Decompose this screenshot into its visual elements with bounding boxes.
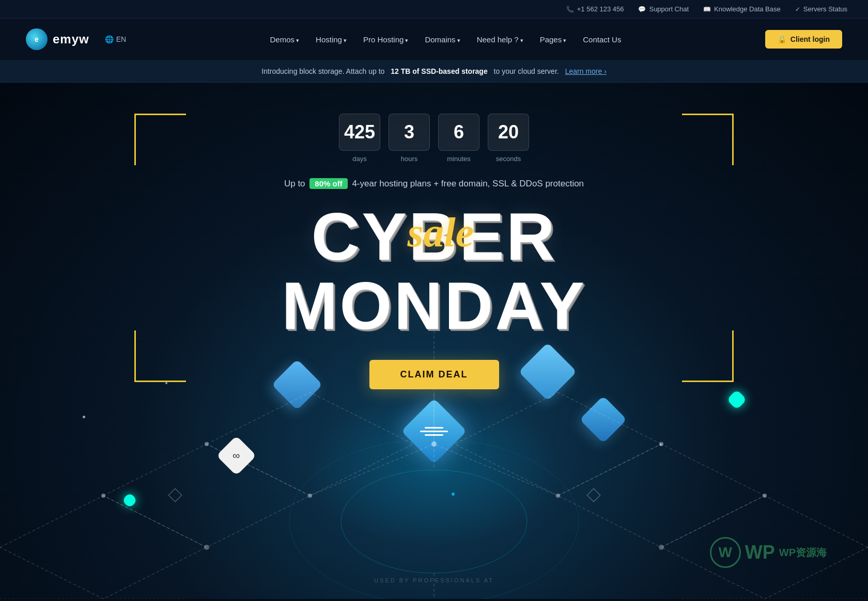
wp-logo-circle: W <box>710 537 741 568</box>
nav-item-contact[interactable]: Contact Us <box>583 33 621 46</box>
hours-box: 3 <box>389 114 430 151</box>
cyber-text: CYBER <box>311 199 556 274</box>
particle-1 <box>165 382 167 384</box>
language-selector[interactable]: 🌐 EN <box>105 35 126 43</box>
svg-point-5 <box>308 494 312 498</box>
announcement-bar: Introducing block storage. Attach up to … <box>0 60 868 83</box>
phone-item[interactable]: 📞 +1 562 123 456 <box>566 5 624 13</box>
wp-watermark: W WP WP资源海 <box>710 537 827 568</box>
learn-more-link[interactable]: Learn more › <box>565 67 607 75</box>
countdown-hours: 3 hours <box>389 114 430 163</box>
cyber-monday-title: CYBER sale MONDAY <box>282 201 586 339</box>
wp-text: WP <box>745 542 775 563</box>
claim-deal-label: CLAIM DEAL <box>400 369 468 379</box>
nav-item-demos[interactable]: Demos <box>270 33 299 46</box>
nav-item-need-help[interactable]: Need help ? <box>477 33 523 46</box>
days-value: 425 <box>344 121 375 143</box>
claim-deal-button[interactable]: CLAIM DEAL <box>369 360 499 389</box>
server-status-item[interactable]: ✓ Servers Status <box>795 5 847 13</box>
nav-item-hosting[interactable]: Hosting <box>316 33 347 46</box>
logo[interactable]: e emyw <box>26 28 89 50</box>
days-box: 425 <box>339 114 380 151</box>
knowledge-base-item[interactable]: 📖 Knowledge Data Base <box>703 5 781 13</box>
nav-item-domains[interactable]: Domains <box>425 33 460 46</box>
server-status-label: Servers Status <box>803 5 847 13</box>
chat-icon: 💬 <box>638 6 646 13</box>
knowledge-base-label: Knowledge Data Base <box>714 5 781 13</box>
minutes-value: 6 <box>454 121 464 143</box>
description-post: 4-year hosting plans + free domain, SSL … <box>352 179 584 188</box>
countdown-seconds: 20 seconds <box>488 114 529 163</box>
globe-icon: 🌐 <box>105 35 114 43</box>
support-chat-label: Support Chat <box>649 5 689 13</box>
corner-decoration-tr <box>682 114 734 165</box>
svg-rect-15 <box>587 488 600 501</box>
svg-point-3 <box>205 442 209 446</box>
navbar: e emyw 🌐 EN Demos Hosting Pro Hosting Do… <box>0 19 868 60</box>
svg-point-2 <box>101 494 105 498</box>
svg-point-0 <box>341 470 527 573</box>
client-login-label: Client login <box>791 35 830 43</box>
particle-4 <box>452 493 455 496</box>
bottom-text: USED BY PROFESSIONALS AT <box>374 577 494 583</box>
hero-section: 425 days 3 hours 6 minutes 20 seconds Up… <box>0 83 868 599</box>
navbar-left: e emyw 🌐 EN <box>26 28 126 50</box>
svg-point-8 <box>659 545 664 550</box>
announcement-text: Introducing block storage. Attach up to <box>261 67 384 75</box>
lock-icon: 🔒 <box>778 35 786 43</box>
seconds-value: 20 <box>498 121 519 143</box>
announcement-highlight: 12 TB of SSD-based storage <box>391 67 488 75</box>
monday-text: MONDAY <box>282 272 586 339</box>
top-bar: 📞 +1 562 123 456 💬 Support Chat 📖 Knowle… <box>0 0 868 19</box>
logo-icon: e <box>26 28 48 50</box>
svg-point-6 <box>763 494 767 498</box>
minutes-box: 6 <box>438 114 479 151</box>
book-icon: 📖 <box>703 6 711 13</box>
check-icon: ✓ <box>795 6 800 13</box>
phone-icon: 📞 <box>566 6 574 13</box>
wp-icon: W <box>719 544 732 561</box>
logo-text: emyw <box>53 32 89 46</box>
client-login-button[interactable]: 🔒 Client login <box>765 30 842 49</box>
description-pre: Up to <box>284 179 305 188</box>
nav-menu: Demos Hosting Pro Hosting Domains Need h… <box>270 33 621 46</box>
lang-label: EN <box>116 35 126 43</box>
seconds-box: 20 <box>488 114 529 151</box>
countdown: 425 days 3 hours 6 minutes 20 seconds <box>339 114 529 163</box>
hero-description: Up to 80% off 4-year hosting plans + fre… <box>284 178 584 189</box>
nav-item-pages[interactable]: Pages <box>540 33 567 46</box>
days-label: days <box>352 155 366 163</box>
countdown-minutes: 6 minutes <box>438 114 479 163</box>
svg-point-4 <box>204 545 209 550</box>
hours-value: 3 <box>404 121 414 143</box>
hours-label: hours <box>401 155 418 163</box>
svg-rect-16 <box>168 488 181 501</box>
announcement-text2: to your cloud server. <box>494 67 559 75</box>
discount-badge: 80% off <box>309 178 347 189</box>
seconds-label: seconds <box>496 155 521 163</box>
countdown-days: 425 days <box>339 114 380 163</box>
particle-2 <box>660 444 661 446</box>
phone-number: +1 562 123 456 <box>577 5 624 13</box>
support-chat-item[interactable]: 💬 Support Chat <box>638 5 689 13</box>
particle-3 <box>83 416 85 418</box>
wp-chinese-text: WP资源海 <box>779 546 827 560</box>
nav-item-pro-hosting[interactable]: Pro Hosting <box>363 33 408 46</box>
minutes-label: minutes <box>447 155 471 163</box>
corner-decoration-tl <box>134 114 186 165</box>
svg-point-9 <box>556 494 560 498</box>
